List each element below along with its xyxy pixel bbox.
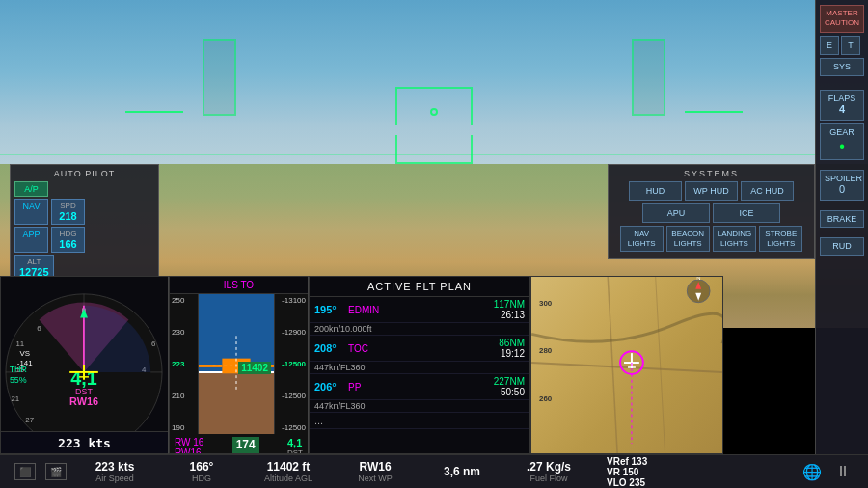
ap-row-1: A/P [14, 181, 154, 197]
compass-panel: 0 0 6 15 11 21 27 18 4 6 THR 55% VS -141 [0, 276, 169, 454]
flt-dots: ... [314, 415, 323, 426]
btn-master-caution[interactable]: MASTERCAUTION [820, 5, 864, 33]
alt-val: 11402 ft [267, 460, 311, 474]
btn-brake[interactable]: BRAKE [820, 210, 864, 229]
flt-row1-speed-val: 200kn/10.000ft [314, 324, 372, 334]
flt-row1-dist: 117NM [494, 299, 525, 310]
ap-btn-ap[interactable]: A/P [14, 181, 48, 197]
vr-val: VR 150 [607, 467, 638, 477]
icon-camera[interactable]: 🎬 [45, 463, 67, 480]
ap-btn-nav[interactable]: NAV [14, 199, 48, 225]
svg-line-34 [656, 277, 665, 453]
flt-row-2: 208° TOC 86NM 19:12 [310, 336, 529, 362]
svg-text:RW16: RW16 [69, 396, 98, 408]
right-panel: MASTERCAUTION E T SYS FLAPS4 GEAR • SPOI… [815, 0, 868, 454]
ils-alt-highlight: 11402 [238, 362, 271, 374]
hud-runway-right [632, 39, 665, 116]
status-airspeed: 223 kts Air Speed [86, 460, 144, 483]
systems-row-3: NAVLIGHTS BEACONLIGHTS LANDINGLIGHTS STR… [612, 226, 810, 252]
status-fuel: .27 Kg/s Fuel Flow [520, 460, 578, 483]
flt-row2-time: 19:12 [501, 348, 525, 359]
ils-left-scale: 250 230 223 210 190 [170, 294, 199, 434]
dist-val: 3,6 nm [444, 465, 480, 478]
sys-btn-hud[interactable]: HUD [629, 181, 682, 201]
hdg-label: HDG [192, 474, 211, 483]
compass-svg: 0 0 6 15 11 21 27 18 4 6 THR 55% VS -141 [1, 277, 168, 453]
map-background: 300 280 260 N [531, 277, 722, 453]
hud-center [338, 77, 530, 193]
btn-t[interactable]: T [841, 36, 860, 55]
btn-spoiler[interactable]: SPOILER0 [820, 170, 864, 201]
wp-val: RW16 [359, 460, 391, 474]
flight-plan-panel: ACTIVE FLT PLAN 195° EDMIN 117NM 26:13 2… [309, 276, 530, 454]
ap-hdg-val: 166 [56, 238, 80, 250]
svg-text:VS: VS [19, 349, 30, 358]
sys-btn-landing-lights[interactable]: LANDINGLIGHTS [713, 226, 757, 252]
sys-btn-beacon-lights[interactable]: BEACONLIGHTS [666, 226, 710, 252]
flt-row-1: 195° EDMIN 117NM 26:13 [310, 297, 529, 323]
flt-row3-speed-val: 447kn/FL360 [314, 401, 366, 411]
autopilot-panel: AUTO PILOT A/P NAV SPD 218 APP HDG 166 A… [10, 164, 159, 287]
right-et-row: E T [820, 36, 864, 55]
hud-rect-bottom [395, 135, 473, 164]
svg-text:11: 11 [15, 339, 24, 348]
map-svg: 300 280 260 N [531, 277, 722, 453]
ap-btn-app[interactable]: APP [14, 227, 48, 253]
flt-row2-speed: 447kn/FL360 [310, 362, 529, 374]
ap-alt-label: ALT [19, 258, 49, 266]
svg-text:6: 6 [37, 324, 41, 333]
sys-btn-nav-lights[interactable]: NAVLIGHTS [620, 226, 664, 252]
status-bar: ⬛ 🎬 223 kts Air Speed 166° HDG 11402 ft … [0, 454, 868, 488]
fuel-val: .27 Kg/s [527, 460, 571, 474]
wp-label: Next WP [358, 474, 393, 483]
btn-rud[interactable]: RUD [820, 237, 864, 256]
ap-btn-spd[interactable]: SPD 218 [51, 199, 85, 225]
hdg-val: 166° [190, 460, 214, 474]
sys-btn-ice[interactable]: ICE [713, 203, 780, 223]
btn-gear[interactable]: GEAR • [820, 123, 864, 160]
flt-row2-speed-val: 447kn/FL360 [314, 363, 366, 372]
systems-row-2: APU ICE [612, 203, 810, 223]
flt-row2-dist: 86NM [499, 338, 525, 348]
btn-e[interactable]: E [820, 36, 839, 55]
sys-btn-apu[interactable]: APU [642, 203, 710, 223]
systems-title: SYSTEMS [612, 169, 810, 178]
ap-btn-hdg[interactable]: HDG 166 [51, 227, 85, 253]
airspeed-label: Air Speed [95, 474, 134, 483]
vref-val: VRef 133 [607, 456, 647, 467]
btn-sys[interactable]: SYS [820, 58, 864, 76]
status-hdg: 166° HDG [173, 460, 231, 483]
ap-row-3: APP HDG 166 [14, 227, 154, 253]
flt-row2-wp: TOC [348, 343, 499, 354]
map-panel: 300 280 260 N [530, 276, 723, 454]
flt-row3-speed: 447kn/FL360 [310, 400, 529, 413]
vlo-val: VLO 235 [607, 477, 645, 488]
systems-row-1: HUD WP HUD AC HUD [612, 181, 810, 201]
icon-globe[interactable]: 🌐 [801, 463, 823, 480]
hud-rect-top [395, 87, 473, 125]
flt-row3-hdg: 206° [314, 381, 348, 393]
svg-text:300: 300 [539, 299, 553, 308]
instruments-row: 0 0 6 15 11 21 27 18 4 6 THR 55% VS -141 [0, 276, 723, 454]
horizon-line [0, 154, 868, 155]
ils-alt-dst: 4,1 DST [287, 437, 303, 454]
btn-flaps[interactable]: FLAPS4 [820, 90, 864, 121]
ap-row-2: NAV SPD 218 [14, 199, 154, 225]
sys-btn-strobe-lights[interactable]: STROBELIGHTS [759, 226, 802, 252]
sys-btn-ac-hud[interactable]: AC HUD [741, 181, 794, 201]
flt-row3-dist: 227NM [494, 376, 525, 387]
svg-text:-141: -141 [17, 359, 33, 367]
ils-bottom: RW 16 RW16 174 4,1 DST [170, 434, 308, 454]
icon-monitor[interactable]: ⬛ [14, 463, 36, 480]
gear-label: GEAR [825, 127, 859, 138]
flt-row-3: 206° PP 227NM 50:50 [310, 374, 529, 400]
icon-pause[interactable]: ⏸ [832, 463, 854, 480]
status-alt: 11402 ft Altitude AGL [259, 460, 317, 483]
sys-btn-wp-hud[interactable]: WP HUD [685, 181, 738, 201]
compass-heading-val: 223 kts [58, 436, 111, 450]
hud-wings-right [685, 111, 743, 113]
ils-rw2: RW16 [175, 447, 203, 454]
ils-title: ILS TO [170, 277, 308, 294]
status-vref: VRef 133 VR 150 VLO 235 [607, 456, 665, 488]
status-wp: RW16 Next WP [346, 460, 404, 483]
